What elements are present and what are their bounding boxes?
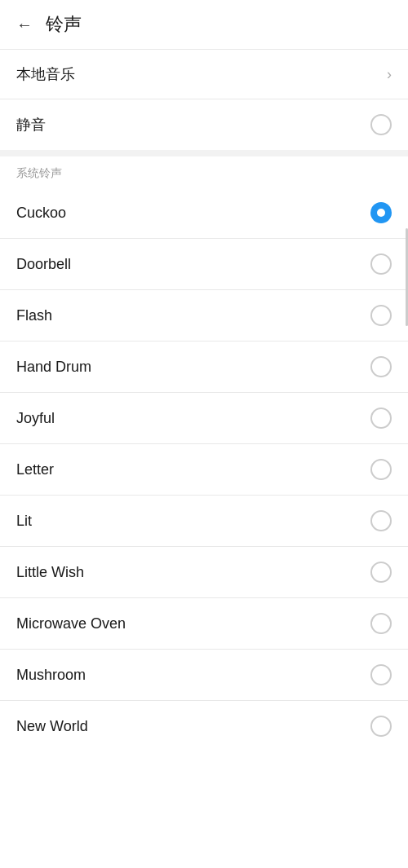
ringtone-name-little-wish: Little Wish — [16, 564, 84, 581]
ringtone-name-new-world: New World — [16, 718, 88, 735]
ringtone-item-cuckoo[interactable]: Cuckoo — [0, 187, 408, 238]
local-music-item[interactable]: 本地音乐 › — [0, 50, 408, 99]
chevron-right-icon: › — [387, 66, 392, 83]
ringtone-name-cuckoo: Cuckoo — [16, 205, 66, 222]
ringtone-name-lit: Lit — [16, 513, 32, 530]
radio-hand-drum[interactable] — [370, 356, 392, 377]
ringtone-item-doorbell[interactable]: Doorbell — [0, 239, 408, 289]
radio-new-world[interactable] — [370, 716, 392, 737]
ringtone-name-letter: Letter — [16, 461, 54, 478]
silent-label: 静音 — [16, 115, 46, 134]
scrollbar-track — [405, 0, 408, 868]
silent-radio[interactable] — [370, 114, 392, 135]
radio-letter[interactable] — [370, 459, 392, 480]
ringtone-item-joyful[interactable]: Joyful — [0, 393, 408, 443]
page-title: 铃声 — [46, 12, 82, 37]
radio-cuckoo[interactable] — [370, 202, 392, 223]
local-music-label: 本地音乐 — [16, 64, 75, 84]
ringtone-item-mushroom[interactable]: Mushroom — [0, 650, 408, 700]
radio-microwave-oven[interactable] — [370, 613, 392, 634]
radio-joyful[interactable] — [370, 408, 392, 429]
ringtone-item-letter[interactable]: Letter — [0, 444, 408, 495]
ringtone-name-flash: Flash — [16, 307, 52, 324]
ringtone-item-little-wish[interactable]: Little Wish — [0, 547, 408, 597]
system-ringtones-section-label: 系统铃声 — [0, 156, 408, 187]
ringtone-item-lit[interactable]: Lit — [0, 496, 408, 546]
radio-mushroom[interactable] — [370, 664, 392, 685]
thick-divider — [0, 150, 408, 156]
ringtone-item-hand-drum[interactable]: Hand Drum — [0, 341, 408, 392]
ringtone-name-doorbell: Doorbell — [16, 256, 71, 273]
ringtone-item-microwave-oven[interactable]: Microwave Oven — [0, 598, 408, 649]
ringtone-name-joyful: Joyful — [16, 410, 55, 427]
radio-lit[interactable] — [370, 510, 392, 531]
silent-item[interactable]: 静音 — [0, 99, 408, 150]
radio-little-wish[interactable] — [370, 562, 392, 583]
back-button[interactable]: ← — [16, 15, 33, 34]
radio-flash[interactable] — [370, 305, 392, 326]
ringtone-name-hand-drum: Hand Drum — [16, 359, 91, 376]
ringtone-item-new-world[interactable]: New World — [0, 701, 408, 745]
radio-doorbell[interactable] — [370, 253, 392, 275]
ringtone-name-microwave-oven: Microwave Oven — [16, 615, 126, 632]
ringtone-name-mushroom: Mushroom — [16, 667, 86, 684]
ringtone-item-flash[interactable]: Flash — [0, 290, 408, 341]
header: ← 铃声 — [0, 0, 408, 49]
